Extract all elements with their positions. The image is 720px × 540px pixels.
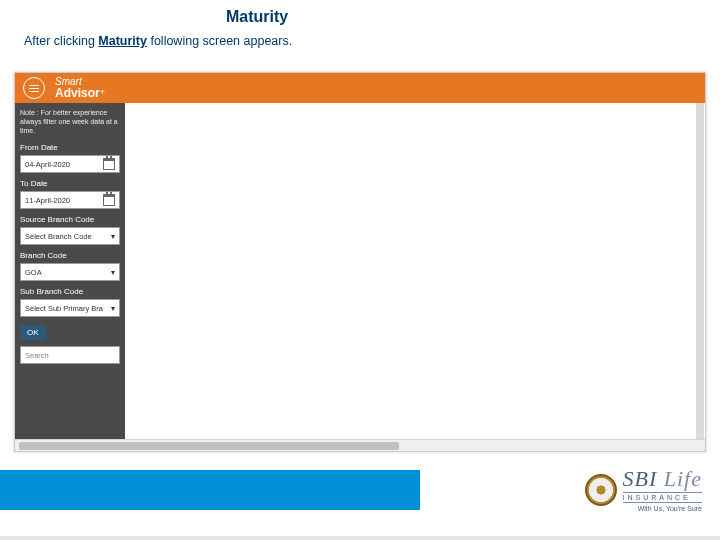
sub-branch-label: Sub Branch Code <box>20 287 120 296</box>
subtitle-post: following screen appears. <box>147 34 292 48</box>
search-placeholder: Search <box>25 351 49 360</box>
source-branch-select[interactable]: Select Branch Code ▾ <box>20 227 120 245</box>
chevron-down-icon: ▾ <box>111 304 115 313</box>
chevron-down-icon: ▾ <box>111 268 115 277</box>
logo-sbi: SBI <box>623 466 658 491</box>
branch-code-label: Branch Code <box>20 251 120 260</box>
ok-button[interactable]: OK <box>20 325 46 340</box>
hamburger-menu-icon[interactable] <box>23 77 45 99</box>
logo-life: Life <box>657 466 702 491</box>
subtitle-bold: Maturity <box>98 34 147 48</box>
coin-logo-icon <box>585 474 617 506</box>
page-bottom-divider <box>0 536 720 540</box>
calendar-icon[interactable] <box>103 158 115 170</box>
logo-main: SBI Life <box>623 468 703 490</box>
source-branch-value: Select Branch Code <box>25 232 92 241</box>
embedded-screenshot: Smart Advisor+ Note : For better experie… <box>14 72 706 452</box>
to-date-input[interactable]: 11-April-2020 <box>20 191 120 209</box>
page-title: Maturity <box>0 0 720 26</box>
brand-line2: Advisor <box>55 86 100 100</box>
from-date-value: 04-April-2020 <box>25 160 70 169</box>
sub-branch-select[interactable]: Select Sub Primary Bra ▾ <box>20 299 120 317</box>
app-brand: Smart Advisor+ <box>55 77 105 99</box>
app-header: Smart Advisor+ <box>15 73 705 103</box>
logo-tagline: With Us, You're Sure <box>623 505 703 512</box>
sub-branch-value: Select Sub Primary Bra <box>25 304 103 313</box>
filter-note: Note : For better experience always filt… <box>20 109 120 135</box>
logo-sub: INSURANCE <box>623 492 703 503</box>
search-input[interactable]: Search <box>20 346 120 364</box>
to-date-value: 11-April-2020 <box>25 196 70 205</box>
subtitle-pre: After clicking <box>24 34 98 48</box>
filter-sidebar: Note : For better experience always filt… <box>15 103 125 439</box>
chevron-down-icon: ▾ <box>111 232 115 241</box>
footer-band <box>0 470 420 510</box>
scrollbar-thumb[interactable] <box>19 442 399 450</box>
from-date-input[interactable]: 04-April-2020 <box>20 155 120 173</box>
from-date-label: From Date <box>20 143 120 152</box>
brand-plus: + <box>100 87 105 97</box>
branch-code-value: GOA <box>25 268 42 277</box>
branch-code-select[interactable]: GOA ▾ <box>20 263 120 281</box>
source-branch-label: Source Branch Code <box>20 215 120 224</box>
to-date-label: To Date <box>20 179 120 188</box>
footer-logo: SBI Life INSURANCE With Us, You're Sure <box>585 468 703 512</box>
calendar-icon[interactable] <box>103 194 115 206</box>
page-subtitle: After clicking Maturity following screen… <box>0 26 720 48</box>
vertical-scrollbar[interactable] <box>696 103 704 439</box>
horizontal-scrollbar[interactable] <box>15 439 705 451</box>
